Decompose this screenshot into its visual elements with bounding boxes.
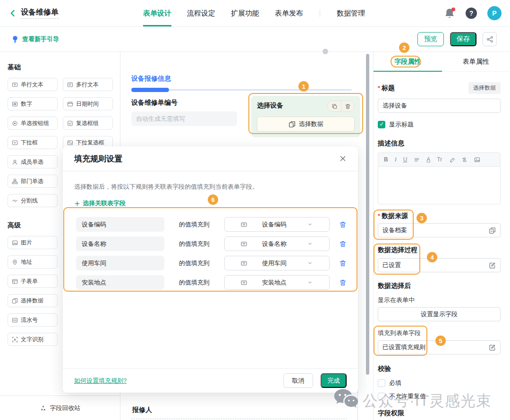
insert-image-icon[interactable]: [474, 157, 480, 163]
panel-collapse-handle[interactable]: [323, 49, 328, 54]
delete-rule-icon[interactable]: [339, 260, 347, 267]
set-display-fields-button[interactable]: 设置显示字段: [378, 307, 501, 321]
selected-field-label: 选择设备: [257, 101, 283, 110]
form-section-title[interactable]: 设备报修信息: [131, 75, 363, 83]
field-type-checkbox-group[interactable]: 复选框组: [63, 117, 113, 130]
description-textarea[interactable]: [378, 167, 501, 204]
field-type-subform[interactable]: 子表单: [8, 275, 58, 288]
rule-target-dropdown[interactable]: 安装地点: [224, 275, 330, 290]
rule-connector: 的值填充到: [164, 259, 224, 268]
divider-icon: [12, 198, 18, 204]
copy-field-button[interactable]: [328, 101, 341, 111]
delete-rule-icon[interactable]: [339, 221, 347, 228]
data-source-label: *数据来源: [378, 212, 501, 220]
bold-button[interactable]: B: [384, 156, 388, 163]
data-select-process-label: 数据选择过程: [378, 246, 501, 254]
field-permission-label: 字段权限: [378, 409, 501, 418]
field-repair-no-input[interactable]: 自动生成无需填写: [131, 111, 237, 126]
delete-field-button[interactable]: [341, 101, 354, 111]
link-icon[interactable]: [449, 157, 455, 163]
delete-rule-icon[interactable]: [339, 279, 347, 286]
italic-button[interactable]: I: [395, 156, 397, 163]
field-recycle-bin[interactable]: 字段回收站: [0, 395, 120, 420]
preview-button[interactable]: 预览: [417, 32, 444, 46]
delete-rule-icon[interactable]: [339, 240, 347, 248]
progress-segment: [131, 88, 169, 92]
cancel-button[interactable]: 取消: [283, 373, 313, 388]
field-type-address[interactable]: 地址: [8, 255, 58, 269]
font-color-button[interactable]: A: [426, 156, 430, 163]
font-size-button[interactable]: Tr: [437, 156, 442, 163]
tab-flow-settings[interactable]: 流程设定: [187, 0, 215, 26]
done-button[interactable]: 完成: [321, 373, 347, 388]
rule-source-field[interactable]: 使用车间: [76, 256, 164, 270]
field-type-divider[interactable]: 分割线: [8, 194, 58, 207]
field-repair-no[interactable]: 设备维修单编号 自动生成无需填写: [131, 99, 237, 126]
field-type-department-single[interactable]: 部门单选: [8, 175, 58, 188]
number-icon: [12, 101, 18, 107]
field-type-single-line-text[interactable]: 单行文本: [8, 78, 58, 91]
how-to-set-rules-link[interactable]: 如何设置填充规则?: [74, 377, 127, 385]
field-type-select-data[interactable]: 选择数据: [8, 294, 58, 307]
help-button[interactable]: ?: [466, 8, 477, 19]
back-icon[interactable]: [8, 9, 17, 17]
close-icon[interactable]: [339, 155, 347, 162]
linked-form-icon[interactable]: [489, 227, 496, 234]
canvas-scrollbar[interactable]: [366, 54, 369, 375]
select-data-icon: [12, 298, 18, 304]
rule-connector: 的值填充到: [164, 220, 224, 229]
underline-button[interactable]: U: [403, 156, 408, 163]
avatar[interactable]: P: [487, 6, 502, 20]
tab-form-design[interactable]: 表单设计: [143, 0, 171, 26]
select-data-button[interactable]: 选择数据: [257, 117, 355, 132]
field-type-select[interactable]: 下拉框: [8, 136, 58, 149]
field-type-radio-group[interactable]: 单选按钮组: [8, 117, 58, 130]
title-input[interactable]: 选择设备: [378, 99, 501, 113]
recycle-icon: [40, 404, 47, 412]
modal-title: 填充规则设置: [74, 153, 122, 164]
rule-source-field[interactable]: 设备名称: [76, 236, 164, 251]
tab-field-properties[interactable]: 字段属性: [374, 52, 442, 71]
description-label: 描述信息: [378, 139, 501, 148]
edit-icon[interactable]: [489, 344, 496, 351]
beginner-guide-link[interactable]: 查看新手引导: [0, 35, 59, 43]
rule-target-dropdown[interactable]: 设备名称: [224, 236, 330, 251]
form-name-title[interactable]: 设备维修单: [21, 8, 59, 19]
fill-rules-modal: 填充规则设置 选择数据后，将按以下规则将关联表字段的值填充到当前表单字段。 选择…: [63, 146, 358, 393]
tab-data-management[interactable]: 数据管理: [337, 0, 365, 26]
share-button[interactable]: [483, 32, 497, 46]
unlink-icon[interactable]: [461, 157, 468, 163]
form-progress-bar: [131, 88, 352, 92]
rule-target-dropdown[interactable]: 使用车间: [224, 256, 330, 270]
fill-rule-row: 设备名称 的值填充到 设备名称: [76, 236, 347, 251]
no-duplicate-checkbox[interactable]: [378, 393, 385, 400]
textarea-icon: [67, 82, 73, 88]
field-type-ocr[interactable]: 文字识别: [8, 333, 58, 346]
selected-field-select-device[interactable]: 选择设备 选择数据: [251, 96, 360, 137]
fill-rule-row: 使用车间 的值填充到 使用车间: [76, 256, 347, 270]
rule-target-dropdown[interactable]: 设备编码: [224, 217, 330, 232]
rule-source-field[interactable]: 安装地点: [76, 275, 164, 290]
field-type-number[interactable]: 数字: [8, 97, 58, 110]
edit-icon[interactable]: [489, 262, 496, 269]
save-button[interactable]: 保存: [450, 32, 476, 46]
field-type-serial-number[interactable]: 流水号: [8, 313, 58, 327]
required-checkbox[interactable]: [378, 379, 385, 387]
nav-tabs: 表单设计 流程设定 扩展功能 表单发布 数据管理: [143, 0, 365, 26]
data-select-process-input[interactable]: 已设置: [378, 258, 501, 272]
tab-form-properties[interactable]: 表单属性: [442, 52, 510, 71]
sub-toolbar: 查看新手引导 预览 保存: [0, 27, 510, 52]
show-title-checkbox[interactable]: [378, 121, 385, 128]
field-type-member-single[interactable]: 成员单选: [8, 155, 58, 168]
data-source-input[interactable]: 设备档案: [378, 223, 501, 237]
tab-extensions[interactable]: 扩展功能: [231, 0, 259, 26]
align-icon[interactable]: [414, 157, 420, 163]
plus-icon: [74, 201, 80, 207]
field-type-datetime[interactable]: 日期时间: [63, 97, 113, 110]
rule-source-field[interactable]: 设备编码: [76, 217, 164, 232]
notifications-button[interactable]: [444, 8, 455, 19]
tab-form-publish[interactable]: 表单发布: [275, 0, 303, 26]
field-type-tag[interactable]: 选择数据: [468, 82, 501, 94]
field-type-image[interactable]: 图片: [8, 236, 58, 249]
field-type-multi-line-text[interactable]: 多行文本: [63, 78, 113, 91]
